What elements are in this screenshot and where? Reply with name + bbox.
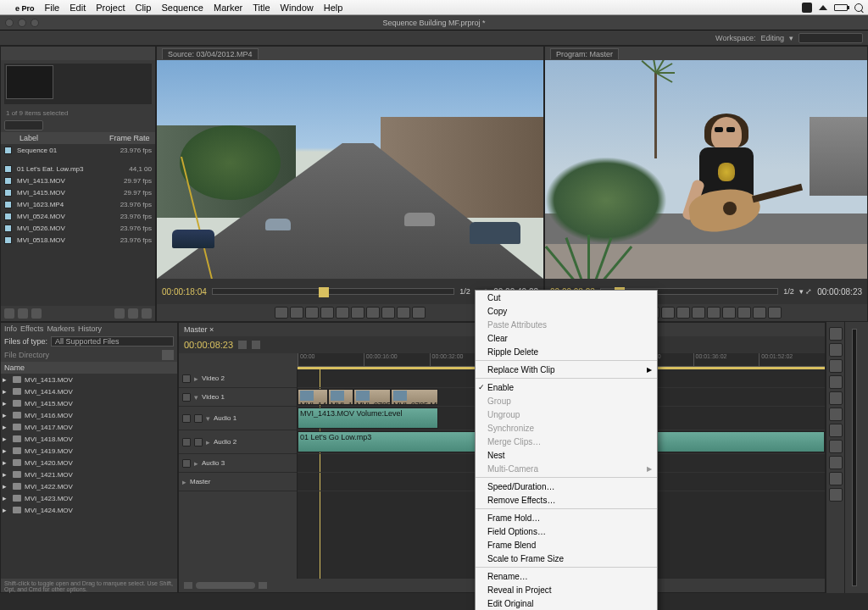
context-menu-item[interactable]: Reveal in Project bbox=[476, 583, 657, 596]
pgm-step-fwd-button[interactable] bbox=[707, 307, 721, 319]
battery-icon[interactable] bbox=[834, 4, 848, 11]
slip-tool-icon[interactable] bbox=[829, 424, 843, 437]
project-col-label[interactable]: Label bbox=[19, 134, 104, 142]
pen-tool-icon[interactable] bbox=[829, 456, 843, 469]
context-menu-item[interactable]: Copy bbox=[476, 304, 657, 318]
project-item[interactable]: MVI_1415.MOV29.97 fps bbox=[1, 186, 155, 198]
mb-up-icon[interactable] bbox=[162, 350, 174, 360]
program-video[interactable] bbox=[545, 60, 867, 279]
project-item[interactable]: MVI_0518.MOV23.976 fps bbox=[1, 234, 155, 246]
goto-out-button[interactable] bbox=[366, 307, 380, 319]
project-item[interactable]: MVI_0526.MOV23.976 fps bbox=[1, 222, 155, 234]
hand-tool-icon[interactable] bbox=[829, 472, 843, 485]
list-view-icon[interactable] bbox=[4, 308, 14, 319]
track-toggle-icon[interactable] bbox=[182, 414, 191, 423]
media-item[interactable]: ▸MVI_1418.MOV bbox=[1, 433, 177, 445]
mb-col-name[interactable]: Name bbox=[4, 363, 174, 372]
zoom-out-icon[interactable] bbox=[184, 582, 192, 589]
project-item[interactable]: MVI_0524.MOV23.976 fps bbox=[1, 210, 155, 222]
media-item[interactable]: ▸MVI_1417.MOV bbox=[1, 421, 177, 433]
source-tab[interactable]: Source: 03/04/2012.MP4 bbox=[162, 48, 259, 59]
mute-icon[interactable] bbox=[194, 414, 203, 423]
rate-stretch-tool-icon[interactable] bbox=[829, 391, 843, 405]
find-icon[interactable] bbox=[31, 308, 42, 319]
media-item[interactable]: ▸MVI_1419.MOV bbox=[1, 445, 177, 457]
wifi-icon[interactable] bbox=[819, 5, 827, 10]
pgm-step-back-button[interactable] bbox=[676, 307, 690, 319]
icon-view-icon[interactable] bbox=[18, 308, 28, 319]
media-browser-list[interactable]: ▸MVI_1413.MOV▸MVI_1414.MOV▸MVI_1415.MOV▸… bbox=[1, 374, 177, 579]
source-half[interactable]: 1/2 bbox=[459, 287, 470, 296]
track-a3[interactable]: ▸Audio 3 bbox=[179, 454, 297, 473]
zoom-in-icon[interactable] bbox=[259, 582, 267, 589]
project-item[interactable]: MVI_1623.MP423.976 fps bbox=[1, 198, 155, 210]
media-item[interactable]: ▸MVI_1421.MOV bbox=[1, 469, 177, 480]
spotlight-icon[interactable] bbox=[854, 3, 863, 12]
tab-markers[interactable]: Markers bbox=[47, 324, 75, 333]
menu-window[interactable]: Window bbox=[281, 3, 314, 13]
window-minimize-button[interactable] bbox=[18, 19, 26, 27]
context-menu-item[interactable]: Edit Original bbox=[476, 596, 657, 610]
context-menu-item[interactable]: Frame Blend bbox=[476, 538, 657, 552]
menu-project[interactable]: Project bbox=[96, 3, 125, 13]
timeline-tc[interactable]: 00:00:08:23 bbox=[184, 340, 233, 350]
tab-effects[interactable]: Effects bbox=[20, 324, 43, 333]
context-menu-item[interactable]: Rename… bbox=[476, 569, 657, 583]
clip[interactable]: MVI_0705.MP4 bbox=[353, 389, 391, 405]
context-menu-item[interactable]: Speed/Duration… bbox=[476, 480, 657, 493]
new-bin-icon[interactable] bbox=[114, 308, 125, 319]
play-button[interactable] bbox=[336, 307, 349, 319]
zoom-slider[interactable] bbox=[196, 582, 255, 589]
program-half[interactable]: 1/2 bbox=[783, 287, 794, 296]
tab-info[interactable]: Info bbox=[4, 324, 17, 333]
tab-history[interactable]: History bbox=[78, 324, 102, 333]
menu-help[interactable]: Help bbox=[324, 3, 343, 13]
pgm-extract-button[interactable] bbox=[753, 307, 766, 319]
export-frame-button[interactable] bbox=[412, 307, 426, 319]
media-item[interactable]: ▸MVI_1423.MOV bbox=[1, 492, 177, 504]
window-close-button[interactable] bbox=[5, 19, 14, 27]
menu-marker[interactable]: Marker bbox=[214, 3, 242, 13]
menu-title[interactable]: Title bbox=[253, 3, 270, 13]
media-item[interactable]: ▸MVI_1414.MOV bbox=[1, 385, 177, 397]
pgm-export-frame-button[interactable] bbox=[768, 307, 782, 319]
zoom-tool-icon[interactable] bbox=[829, 488, 843, 502]
mark-out-button[interactable] bbox=[290, 307, 303, 319]
context-menu-item[interactable]: ✓Enable bbox=[476, 380, 657, 394]
source-video[interactable] bbox=[157, 60, 543, 279]
pgm-goto-in-button[interactable] bbox=[661, 307, 675, 319]
mute-icon[interactable] bbox=[194, 438, 203, 446]
step-back-button[interactable] bbox=[320, 307, 334, 319]
media-item[interactable]: ▸MVI_1415.MOV bbox=[1, 397, 177, 409]
track-toggle-icon[interactable] bbox=[182, 393, 191, 402]
program-tab[interactable]: Program: Master bbox=[550, 48, 619, 59]
context-menu-item[interactable]: Scale to Frame Size bbox=[476, 552, 657, 565]
pgm-goto-out-button[interactable] bbox=[722, 307, 736, 319]
overwrite-button[interactable] bbox=[397, 307, 410, 319]
step-fwd-button[interactable] bbox=[351, 307, 364, 319]
media-item[interactable]: ▸MVI_1422.MOV bbox=[1, 480, 177, 492]
context-menu-item[interactable]: Field Options… bbox=[476, 524, 657, 538]
project-item[interactable]: Sequence 0123.976 fps bbox=[1, 144, 155, 156]
snap-icon[interactable] bbox=[238, 341, 247, 349]
track-select-tool-icon[interactable] bbox=[829, 343, 843, 357]
clip[interactable]: MVI_1413.MOV Volume:Level bbox=[298, 408, 438, 429]
razor-tool-icon[interactable] bbox=[829, 408, 843, 421]
menu-clip[interactable]: Clip bbox=[135, 3, 151, 13]
track-master[interactable]: ▸Master bbox=[179, 473, 297, 491]
project-list[interactable]: Sequence 0123.976 fps01 Let's Eat. Low.m… bbox=[1, 144, 155, 306]
new-item-icon[interactable] bbox=[128, 308, 138, 319]
project-item[interactable]: 01 Let's Eat. Low.mp344,1 00 bbox=[1, 163, 155, 175]
project-col-framerate[interactable]: Frame Rate bbox=[109, 134, 152, 142]
menu-app[interactable]: e Pro bbox=[15, 3, 35, 13]
context-menu-item[interactable]: Cut bbox=[476, 291, 657, 304]
source-scrub[interactable] bbox=[212, 288, 454, 295]
track-toggle-icon[interactable] bbox=[182, 438, 191, 446]
media-item[interactable]: ▸MVI_1424.MOV bbox=[1, 504, 177, 516]
timeline-tab[interactable]: Master × bbox=[184, 325, 214, 334]
media-item[interactable]: ▸MVI_1413.MOV bbox=[1, 374, 177, 385]
context-menu-item[interactable]: Nest bbox=[476, 448, 657, 462]
marker-icon[interactable] bbox=[252, 341, 260, 349]
clip[interactable]: MVI_0705.MP4 bbox=[391, 389, 438, 405]
media-item[interactable]: ▸MVI_1416.MOV bbox=[1, 409, 177, 421]
